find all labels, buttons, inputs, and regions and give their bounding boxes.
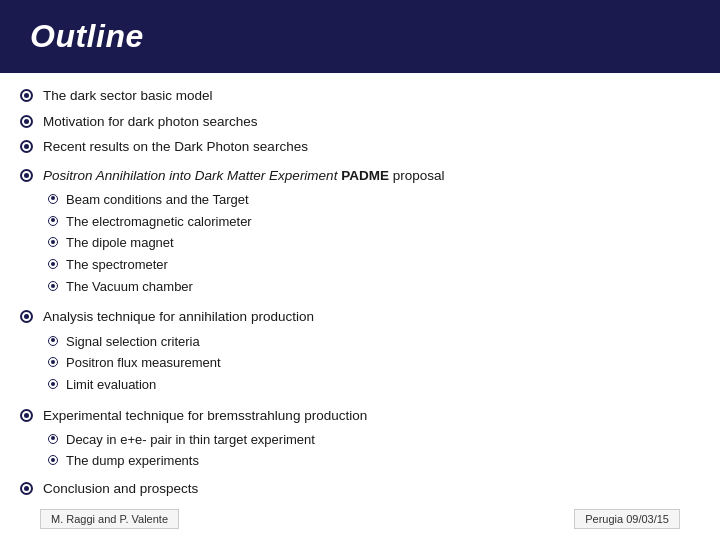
sub-item-text: The Vacuum chamber [66,278,193,297]
sub-bullet-icon [48,336,58,346]
item-text: Recent results on the Dark Photon search… [43,137,700,157]
sub-bullet-icon [48,379,58,389]
list-item: Conclusion and prospects [20,476,700,502]
list-item: Positron Annihilation into Dark Matter E… [20,163,700,189]
sub-item-text: Positron flux measurement [66,354,221,373]
item-text: The dark sector basic model [43,86,700,106]
bullet-icon [20,140,33,153]
sub-item: The electromagnetic calorimeter [48,211,700,233]
sub-item: The spectrometer [48,255,700,277]
padme-section: Positron Annihilation into Dark Matter E… [20,160,700,302]
slide-header: Outline [0,0,720,73]
experimental-sub-list: Decay in e+e- pair in thin target experi… [48,429,700,473]
sub-item-text: Beam conditions and the Target [66,191,249,210]
footer-author: M. Raggi and P. Valente [40,509,179,529]
sub-bullet-icon [48,216,58,226]
sub-bullet-icon [48,455,58,465]
item-text: Analysis technique for annihilation prod… [43,307,700,327]
sub-item: The Vacuum chamber [48,277,700,299]
sub-item-text: The spectrometer [66,256,168,275]
sub-bullet-icon [48,259,58,269]
bullet-icon [20,310,33,323]
outline-list: The dark sector basic model Motivation f… [20,83,700,503]
list-item: Experimental technique for bremsstrahlun… [20,403,700,429]
padme-suffix: proposal [389,168,445,183]
sub-item-text: Limit evaluation [66,376,156,395]
sub-item: Decay in e+e- pair in thin target experi… [48,429,700,451]
padme-item-text: Positron Annihilation into Dark Matter E… [43,166,700,186]
padme-bold: PADME [341,168,389,183]
sub-item-text: The dump experiments [66,452,199,471]
padme-sub-list: Beam conditions and the Target The elect… [48,189,700,298]
sub-bullet-icon [48,357,58,367]
sub-item-text: Signal selection criteria [66,333,200,352]
analysis-sub-list: Signal selection criteria Positron flux … [48,331,700,397]
sub-bullet-icon [48,237,58,247]
bullet-icon [20,482,33,495]
experimental-section: Experimental technique for bremsstrahlun… [20,400,700,476]
bullet-icon [20,115,33,128]
slide-title: Outline [30,18,144,54]
sub-bullet-icon [48,194,58,204]
slide-content: The dark sector basic model Motivation f… [0,73,720,540]
sub-bullet-icon [48,434,58,444]
item-text: Conclusion and prospects [43,479,700,499]
list-item: Analysis technique for annihilation prod… [20,304,700,330]
slide-footer: M. Raggi and P. Valente Perugia 09/03/15 [20,505,700,535]
slide: Outline The dark sector basic model Moti… [0,0,720,540]
item-text: Experimental technique for bremsstrahlun… [43,406,700,426]
bullet-icon [20,409,33,422]
sub-item-text: The electromagnetic calorimeter [66,213,252,232]
list-item: Recent results on the Dark Photon search… [20,134,700,160]
sub-item: The dipole magnet [48,233,700,255]
bullet-icon [20,89,33,102]
sub-item-text: Decay in e+e- pair in thin target experi… [66,431,315,450]
item-text: Motivation for dark photon searches [43,112,700,132]
footer-date: Perugia 09/03/15 [574,509,680,529]
list-item: The dark sector basic model [20,83,700,109]
list-item: Motivation for dark photon searches [20,109,700,135]
sub-bullet-icon [48,281,58,291]
sub-item: Positron flux measurement [48,353,700,375]
bullet-icon [20,169,33,182]
padme-prefix: Positron Annihilation into Dark Matter E… [43,168,341,183]
sub-item: Beam conditions and the Target [48,189,700,211]
sub-item: Limit evaluation [48,375,700,397]
analysis-section: Analysis technique for annihilation prod… [20,301,700,399]
sub-item: Signal selection criteria [48,331,700,353]
sub-item-text: The dipole magnet [66,234,174,253]
sub-item: The dump experiments [48,451,700,473]
